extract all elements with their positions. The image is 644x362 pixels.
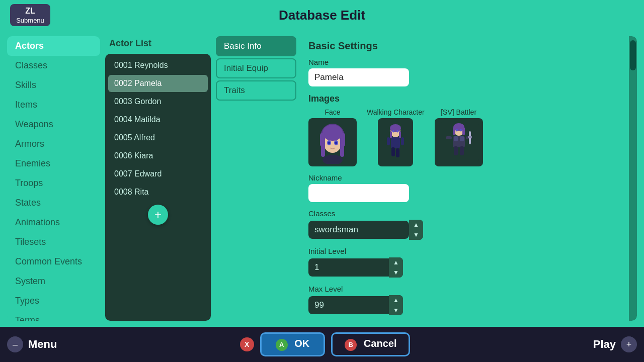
page-title: Database Edit <box>279 8 365 23</box>
classes-up-button[interactable]: ▲ <box>409 220 423 230</box>
sidebar-item-troops[interactable]: Troops <box>7 173 100 193</box>
tab-initial-equip[interactable]: Initial Equip <box>216 58 296 78</box>
svg-point-9 <box>335 142 337 144</box>
settings-title: Basic Settings <box>308 40 630 52</box>
images-label: Images <box>308 94 630 104</box>
sidebar-item-enemies[interactable]: Enemies <box>7 154 100 173</box>
submenu-label: Submenu <box>16 17 44 24</box>
images-row: Face <box>308 108 630 166</box>
list-item[interactable]: 0002 Pamela <box>108 75 208 92</box>
svg-rect-20 <box>396 148 399 157</box>
sidebar-item-actors[interactable]: Actors <box>7 36 100 56</box>
svg-point-30 <box>456 129 458 132</box>
tab-basic-info[interactable]: Basic Info <box>216 36 296 56</box>
name-input[interactable] <box>308 68 409 86</box>
svg-rect-19 <box>391 147 395 156</box>
svg-rect-37 <box>446 136 452 139</box>
top-bar: ZL Submenu Database Edit <box>0 0 644 30</box>
sidebar-item-armors[interactable]: Armors <box>7 134 100 154</box>
list-item[interactable]: 0003 Gordon <box>108 93 208 110</box>
initial-level-up-button[interactable]: ▲ <box>389 257 403 267</box>
b-badge: B <box>345 339 357 351</box>
list-item[interactable]: 0005 Alfred <box>108 129 208 146</box>
sidebar-item-states[interactable]: States <box>7 193 100 213</box>
svg-point-17 <box>396 130 398 133</box>
svg-rect-33 <box>454 136 458 141</box>
walking-image[interactable] <box>378 118 413 166</box>
battler-image[interactable] <box>435 118 483 166</box>
list-item[interactable]: 0004 Matilda <box>108 111 208 128</box>
list-item[interactable]: 0007 Edward <box>108 165 208 183</box>
sidebar-item-common-events[interactable]: Common Events <box>7 252 100 272</box>
face-character-svg <box>311 121 354 164</box>
face-image[interactable] <box>308 118 357 166</box>
initial-level-label: Initial Level <box>308 247 630 255</box>
classes-stepper: ▲ ▼ <box>409 220 423 240</box>
walking-image-box: Walking Character <box>367 108 425 166</box>
sidebar-item-skills[interactable]: Skills <box>7 75 100 95</box>
a-badge: A <box>276 339 288 351</box>
ok-button[interactable]: A OK <box>260 332 326 356</box>
tab-traits[interactable]: Traits <box>216 80 296 101</box>
classes-down-button[interactable]: ▼ <box>409 230 423 240</box>
play-button[interactable]: Play + <box>593 336 637 352</box>
tabs-panel: Basic Info Initial Equip Traits <box>216 36 296 321</box>
svg-rect-29 <box>462 127 465 135</box>
svg-point-31 <box>460 129 462 132</box>
main-content: Actors Classes Skills Items Weapons Armo… <box>0 30 644 327</box>
sidebar-item-system[interactable]: System <box>7 272 100 291</box>
svg-rect-34 <box>460 136 464 141</box>
initial-level-field-group: Initial Level ▲ ▼ <box>308 247 630 278</box>
sidebar-item-tilesets[interactable]: Tilesets <box>7 232 100 252</box>
sidebar-item-terms[interactable]: Terms <box>7 311 100 321</box>
menu-button[interactable]: – Menu <box>7 336 57 352</box>
actor-list-title: Actor List <box>105 36 211 51</box>
scrollbar[interactable] <box>629 36 637 321</box>
nickname-field-group: Nickname <box>308 173 630 202</box>
battler-image-box: [SV] Battler <box>435 108 483 166</box>
walk-character-svg <box>383 122 408 162</box>
classes-input[interactable] <box>308 221 409 239</box>
max-level-stepper: ▲ ▼ <box>389 295 403 315</box>
classes-label: Classes <box>308 209 630 218</box>
bottom-left: – Menu <box>7 336 57 352</box>
svg-point-15 <box>390 124 401 132</box>
sidebar-item-classes[interactable]: Classes <box>7 56 100 75</box>
max-level-down-button[interactable]: ▼ <box>389 305 403 315</box>
face-label: Face <box>325 108 340 116</box>
max-level-input[interactable] <box>308 296 389 314</box>
menu-label: Menu <box>28 338 57 351</box>
sidebar-item-weapons[interactable]: Weapons <box>7 115 100 134</box>
initial-level-down-button[interactable]: ▼ <box>389 267 403 278</box>
battler-label: [SV] Battler <box>441 108 476 116</box>
initial-level-stepper: ▲ ▼ <box>389 257 403 278</box>
sidebar: Actors Classes Skills Items Weapons Armo… <box>7 36 100 321</box>
cancel-button[interactable]: B Cancel <box>331 332 410 356</box>
list-item[interactable]: 0006 Kiara <box>108 147 208 164</box>
name-label: Name <box>308 58 630 66</box>
classes-container: ▲ ▼ <box>308 220 630 240</box>
max-level-up-button[interactable]: ▲ <box>389 295 403 305</box>
initial-level-input[interactable] <box>308 258 389 277</box>
submenu-button[interactable]: ZL Submenu <box>10 4 50 26</box>
cancel-label: Cancel <box>364 338 397 349</box>
max-level-field-group: Max Level ▲ ▼ <box>308 285 630 315</box>
plus-icon: + <box>621 336 637 352</box>
images-section: Images Face <box>308 94 630 166</box>
list-item[interactable]: 0008 Rita <box>108 184 208 201</box>
sidebar-item-items[interactable]: Items <box>7 95 100 115</box>
actor-list-container: 0001 Reynolds 0002 Pamela 0003 Gordon 00… <box>105 54 211 321</box>
nickname-input[interactable] <box>308 184 409 202</box>
battle-character-svg <box>439 122 479 162</box>
sidebar-item-animations[interactable]: Animations <box>7 213 100 232</box>
add-actor-button[interactable]: + <box>148 205 168 225</box>
face-image-box: Face <box>308 108 357 166</box>
list-item[interactable]: 0001 Reynolds <box>108 57 208 74</box>
sidebar-item-types[interactable]: Types <box>7 291 100 311</box>
nickname-label: Nickname <box>308 173 630 182</box>
svg-rect-11 <box>340 142 344 157</box>
svg-point-3 <box>323 125 343 141</box>
settings-panel: Basic Settings Name Images Face <box>301 36 637 321</box>
ok-label: OK <box>294 338 309 349</box>
svg-rect-36 <box>460 146 464 155</box>
